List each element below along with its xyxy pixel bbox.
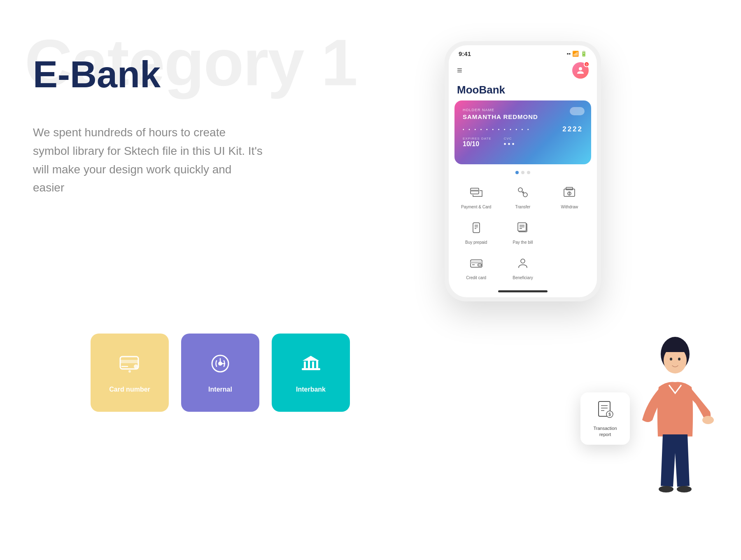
svg-rect-10 (312, 362, 314, 368)
svg-text:$: $ (608, 412, 611, 417)
svg-point-13 (579, 67, 582, 70)
svg-rect-1 (120, 360, 138, 363)
card-number-icon (119, 352, 141, 380)
svg-point-16 (518, 188, 522, 192)
svg-point-17 (523, 193, 527, 197)
main-heading: E-Bank (33, 54, 161, 96)
interbank-icon (300, 352, 322, 380)
cat-box-interbank-label: Interbank (296, 386, 326, 393)
svg-point-51 (678, 358, 680, 361)
expires-label: EXPIRES DATE (463, 137, 492, 140)
internal-icon (209, 352, 232, 380)
category-boxes: Card number Internal Interbank (91, 334, 350, 412)
transaction-report-icon: $ (596, 400, 615, 422)
card-dots-indicator (449, 171, 597, 174)
cat-box-interbank[interactable]: Interbank (272, 334, 350, 412)
transaction-report-card[interactable]: $ Transaction report (580, 392, 630, 445)
grid-menu: Payment & Card Transfer (449, 180, 597, 286)
svg-point-47 (702, 416, 714, 424)
buy-prepaid-icon (470, 221, 483, 237)
svg-marker-12 (303, 356, 319, 361)
svg-rect-22 (473, 223, 480, 233)
dot-3 (527, 171, 530, 174)
svg-point-38 (521, 259, 525, 263)
cvc-label: CVC (504, 137, 515, 140)
credit-card-icon (470, 257, 483, 273)
status-icons: ▪▪ 📶 🔋 (567, 51, 587, 57)
svg-rect-8 (304, 362, 306, 368)
menu-item-beneficiary[interactable]: Beneficiary (499, 251, 546, 286)
cat-box-internal-label: Internal (208, 386, 232, 393)
menu-item-withdraw[interactable]: Withdraw (546, 180, 593, 215)
transfer-label: Transfer (515, 204, 531, 210)
holder-label: HOLDER NAME (463, 108, 583, 112)
svg-rect-15 (471, 190, 479, 191)
dot-2 (521, 171, 524, 174)
svg-point-2 (134, 364, 138, 369)
withdraw-label: Withdraw (561, 204, 578, 210)
phone-mockup: 9:41 ▪▪ 📶 🔋 ≡ 9 MooBank (445, 41, 601, 301)
person-illustration (630, 321, 720, 527)
status-time: 9:41 (459, 50, 471, 57)
svg-point-48 (659, 486, 673, 492)
menu-item-buy-prepaid[interactable]: Buy prepaid (453, 215, 499, 251)
expires-value: 10/10 (463, 140, 492, 148)
menu-item-payment-card[interactable]: Payment & Card (453, 180, 499, 215)
card-dots: • • • • • • • • • • • • (463, 127, 531, 132)
dot-1 (515, 171, 519, 174)
buy-prepaid-label: Buy prepaid (465, 240, 487, 245)
withdraw-icon (563, 186, 576, 202)
svg-rect-37 (478, 264, 481, 266)
avatar[interactable]: 9 (572, 62, 589, 79)
svg-point-6 (218, 362, 222, 366)
card-bottom: EXPIRES DATE 10/10 CVC • • • (463, 137, 583, 148)
svg-rect-9 (308, 360, 310, 368)
menu-item-transfer[interactable]: Transfer (499, 180, 546, 215)
cat-box-internal[interactable]: Internal (181, 334, 259, 412)
description-text: We spent hundreds of hours to create sym… (33, 124, 263, 197)
payment-card-label: Payment & Card (461, 204, 491, 210)
svg-rect-35 (471, 261, 482, 264)
transfer-icon (516, 186, 529, 202)
cvc-value: • • • (504, 140, 515, 148)
svg-point-4 (128, 370, 131, 373)
bank-card[interactable]: HOLDER NAME SAMANTHA REDMOND • • • • • •… (454, 100, 591, 164)
menu-item-credit-card[interactable]: Credit card (453, 251, 499, 286)
beneficiary-icon (516, 257, 529, 273)
pay-bill-icon (516, 221, 529, 237)
payment-card-icon (470, 186, 483, 202)
status-bar: 9:41 ▪▪ 📶 🔋 (449, 45, 597, 59)
cat-box-card-number-label: Card number (109, 386, 150, 393)
svg-point-49 (677, 486, 692, 492)
svg-rect-7 (302, 368, 320, 370)
hamburger-icon[interactable]: ≡ (457, 65, 462, 76)
transaction-report-label: Transaction report (587, 425, 623, 437)
menu-item-pay-bill[interactable]: Pay the bill (499, 215, 546, 251)
svg-rect-11 (316, 360, 318, 368)
cat-box-card-number[interactable]: Card number (91, 334, 169, 412)
card-expires: EXPIRES DATE 10/10 (463, 137, 492, 148)
app-title: MooBank (449, 82, 597, 100)
home-indicator (498, 290, 548, 292)
svg-point-50 (670, 358, 672, 361)
app-header: ≡ 9 (449, 59, 597, 82)
pay-bill-label: Pay the bill (513, 240, 533, 245)
notification-badge: 9 (584, 61, 590, 67)
card-last-digits: 2222 (562, 125, 583, 133)
card-cvc: CVC • • • (504, 137, 515, 148)
card-number: • • • • • • • • • • • • 2222 (463, 125, 583, 133)
svg-rect-19 (566, 187, 573, 190)
menu-item-placeholder (546, 215, 593, 251)
beneficiary-label: Beneficiary (513, 275, 533, 280)
credit-card-label: Credit card (466, 275, 486, 280)
holder-name: SAMANTHA REDMOND (463, 113, 583, 120)
